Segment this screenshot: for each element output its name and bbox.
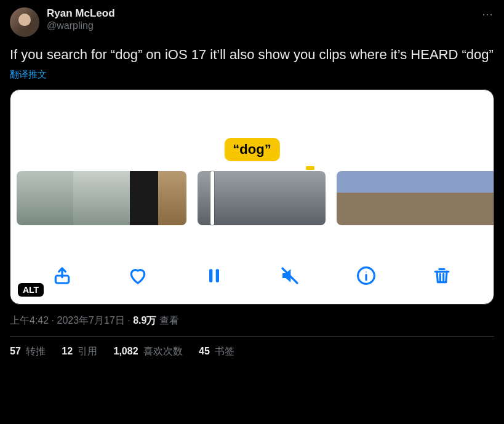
avatar[interactable] xyxy=(10,7,39,37)
trash-icon[interactable] xyxy=(431,265,453,287)
tweet-meta: 上午4:42 · 2023年7月17日 · 8.9万 查看 xyxy=(10,314,494,327)
svg-point-6 xyxy=(366,271,367,273)
handle: @warpling xyxy=(47,20,115,31)
retweets-stat[interactable]: 57 转推 xyxy=(10,345,46,358)
info-icon[interactable] xyxy=(355,265,377,287)
likes-stat[interactable]: 1,082 喜欢次数 xyxy=(114,345,183,358)
heart-icon[interactable] xyxy=(127,265,149,287)
clip-thumbnail[interactable] xyxy=(337,171,494,225)
views-label: 查看 xyxy=(156,315,178,326)
tweet-stats: 57 转推 12 引用 1,082 喜欢次数 45 书签 xyxy=(10,345,494,358)
display-name: Ryan McLeod xyxy=(47,7,115,20)
divider xyxy=(10,336,494,337)
svg-rect-2 xyxy=(215,269,218,282)
alt-badge[interactable]: ALT xyxy=(18,283,44,297)
clip-thumbnail[interactable] xyxy=(17,171,186,225)
more-icon[interactable]: ⋯ xyxy=(482,7,494,21)
date[interactable]: 2023年7月17日 xyxy=(57,315,124,326)
caption-tick xyxy=(306,166,314,170)
svg-rect-1 xyxy=(209,269,212,282)
tweet-text: If you search for “dog” on iOS 17 it’ll … xyxy=(10,46,494,64)
clip-thumbnail[interactable] xyxy=(198,171,326,225)
video-timeline[interactable] xyxy=(10,171,494,225)
bookmarks-stat[interactable]: 45 书签 xyxy=(199,345,234,358)
time[interactable]: 上午4:42 xyxy=(10,315,49,326)
share-icon[interactable] xyxy=(51,265,73,287)
views-count: 8.9万 xyxy=(133,315,156,326)
media-card[interactable]: “dog” xyxy=(10,89,494,305)
caption-bubble: “dog” xyxy=(224,138,279,161)
media-toolbar xyxy=(10,265,494,287)
tweet: Ryan McLeod @warpling ⋯ If you search fo… xyxy=(0,0,504,366)
pause-icon[interactable] xyxy=(203,265,225,287)
quotes-stat[interactable]: 12 引用 xyxy=(62,345,97,358)
playhead[interactable] xyxy=(210,171,214,225)
mute-icon[interactable] xyxy=(279,265,301,287)
author-block[interactable]: Ryan McLeod @warpling xyxy=(47,7,115,32)
translate-link[interactable]: 翻译推文 xyxy=(10,69,494,81)
tweet-header: Ryan McLeod @warpling ⋯ xyxy=(10,7,494,37)
